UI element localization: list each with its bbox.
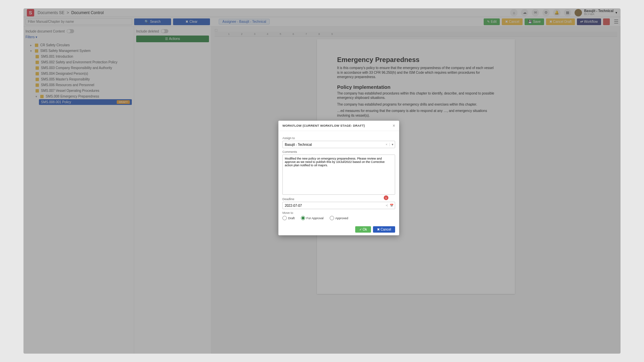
deadline-label: Deadline [282,197,395,201]
ok-button[interactable]: ✓ Ok [355,226,371,233]
modal-title: WORKFLOW (CURRENT WORKFLOW STAGE- DRAFT) [282,124,365,127]
assign-to-select[interactable]: Basujit - Technical × ▾ [282,141,395,148]
assign-to-label: Assign to [282,136,395,140]
deadline-input[interactable]: 2022-07-07 × 📅 [282,202,395,209]
deadline-value: 2022-07-07 [285,204,302,207]
workflow-modal: WORKFLOW (CURRENT WORKFLOW STAGE- DRAFT)… [278,121,399,235]
calendar-icon[interactable]: 📅 [387,204,393,207]
radio-approved[interactable]: Approved [330,216,348,220]
radio-for-approval[interactable]: For Approval [301,216,324,220]
chevron-down-icon[interactable]: ▾ [389,143,393,146]
comments-textarea[interactable] [282,155,395,195]
move-to-label: Move to [282,211,395,215]
close-icon[interactable]: × [393,123,395,128]
assign-value: Basujit - Technical [285,143,312,146]
modal-cancel-button[interactable]: ✖ Cancel [373,226,395,233]
comments-label: Comments [282,150,395,154]
radio-draft[interactable]: Draft [282,216,295,220]
clear-icon[interactable]: × [386,143,387,146]
notification-badge: 1 [384,195,388,200]
